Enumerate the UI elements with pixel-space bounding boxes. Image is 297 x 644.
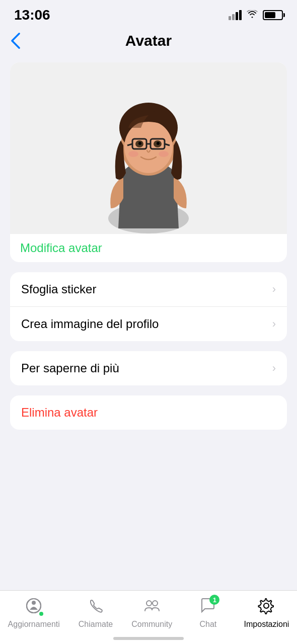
crea-immagine-label: Crea immagine del profilo — [21, 317, 159, 331]
page-header: Avatar — [0, 27, 297, 57]
community-icon — [143, 597, 161, 617]
svg-point-15 — [159, 151, 169, 157]
chat-badge: 1 — [209, 595, 219, 605]
avatar-image — [10, 62, 287, 233]
avatar-card: Modifica avatar — [10, 62, 287, 262]
crea-immagine-item[interactable]: Crea immagine del profilo › — [10, 306, 287, 341]
battery-icon — [263, 10, 283, 20]
sfoglia-sticker-item[interactable]: Sfoglia sticker › — [10, 272, 287, 306]
per-saperne-item[interactable]: Per saperne di più › — [10, 351, 287, 385]
nav-item-aggiornamenti[interactable]: Aggiornamenti — [8, 596, 60, 629]
svg-point-13 — [157, 142, 160, 145]
page-title: Avatar — [125, 32, 172, 49]
settings-icon — [257, 597, 275, 617]
status-bar: 13:06 — [0, 0, 297, 27]
delete-group: Elimina avatar — [10, 395, 287, 430]
back-button[interactable] — [10, 32, 21, 49]
signal-icon — [229, 10, 242, 20]
nav-item-impostazioni[interactable]: Impostazioni — [244, 596, 289, 629]
status-time: 13:06 — [14, 7, 50, 23]
nav-item-chiamate[interactable]: Chiamate — [76, 596, 116, 629]
svg-point-17 — [32, 601, 36, 605]
chevron-right-icon-3: › — [272, 362, 276, 375]
nav-item-community[interactable]: Community — [131, 596, 172, 629]
home-indicator — [113, 637, 184, 640]
svg-point-21 — [264, 603, 269, 608]
svg-point-20 — [153, 601, 158, 606]
svg-point-19 — [146, 601, 152, 606]
nav-label-chiamate: Chiamate — [79, 620, 113, 629]
action-group-2: Per saperne di più › — [10, 351, 287, 385]
chevron-right-icon: › — [272, 283, 276, 296]
chevron-right-icon-2: › — [272, 317, 276, 331]
svg-point-14 — [128, 151, 138, 157]
delete-avatar-item[interactable]: Elimina avatar — [10, 395, 287, 430]
calls-icon — [87, 597, 105, 617]
delete-avatar-label: Elimina avatar — [21, 406, 98, 419]
nav-label-aggiornamenti: Aggiornamenti — [8, 620, 60, 629]
bottom-nav: Aggiornamenti Chiamate Community — [0, 590, 297, 644]
edit-avatar-button[interactable]: Modifica avatar — [10, 233, 287, 262]
nav-label-impostazioni: Impostazioni — [244, 620, 289, 629]
nav-item-chat[interactable]: 1 Chat — [188, 596, 228, 629]
action-group-1: Sfoglia sticker › Crea immagine del prof… — [10, 272, 287, 341]
svg-point-12 — [138, 142, 141, 145]
svg-point-4 — [124, 121, 173, 173]
nav-label-chat: Chat — [199, 620, 216, 629]
sfoglia-sticker-label: Sfoglia sticker — [21, 282, 96, 296]
status-icons — [229, 10, 283, 20]
nav-label-community: Community — [131, 620, 172, 629]
wifi-icon — [247, 10, 258, 20]
per-saperne-label: Per saperne di più — [21, 361, 119, 375]
